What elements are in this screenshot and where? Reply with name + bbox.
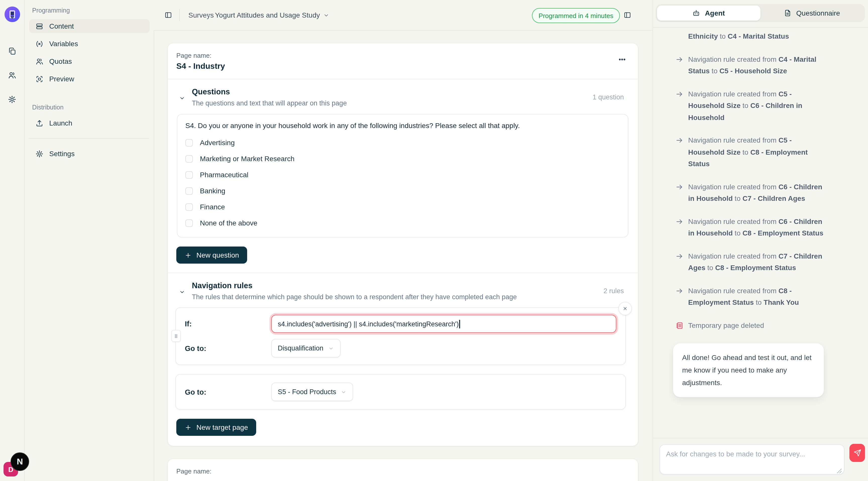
rail-button-users[interactable] xyxy=(3,66,21,84)
send-button[interactable] xyxy=(849,444,865,462)
answer-option-row: Banking xyxy=(185,183,620,199)
answer-option-row: Advertising xyxy=(185,134,620,151)
collapse-navigation-icon[interactable] xyxy=(179,289,185,295)
answer-option-label: Marketing or Market Research xyxy=(200,155,294,163)
event-navigation-rule: Navigation rule created from C8 - Employ… xyxy=(653,285,868,309)
chat-composer xyxy=(653,438,868,481)
goto-page-select[interactable]: Disqualification xyxy=(271,339,341,357)
if-label: If: xyxy=(185,320,271,328)
plus-icon xyxy=(184,251,192,259)
checkbox[interactable] xyxy=(185,171,193,179)
question-options: AdvertisingMarketing or Market ResearchP… xyxy=(185,134,620,231)
arrow-right-icon xyxy=(675,55,684,64)
event-text: Temporary page deleted xyxy=(688,321,764,329)
rows-icon xyxy=(35,22,44,30)
drag-handle[interactable] xyxy=(171,330,181,342)
building-icon xyxy=(7,9,17,19)
bot-icon xyxy=(692,9,701,17)
agent-panel: AgentQuestionnaire Ethnicity to C4 - Mar… xyxy=(652,0,868,481)
answer-option-row: Marketing or Market Research xyxy=(185,151,620,167)
navigation-rules-section-header: Navigation rules The rules that determin… xyxy=(168,273,638,301)
page-card-s4-industry: Page name: S4 - Industry Questions The q… xyxy=(167,43,639,446)
answer-option-label: None of the above xyxy=(200,219,257,227)
event-navigation-rule: Navigation rule created from C4 - Marita… xyxy=(653,54,868,77)
ellipsis-menu-icon[interactable] xyxy=(618,55,627,64)
arrow-right-icon xyxy=(675,183,684,191)
answer-option-label: Banking xyxy=(200,187,225,195)
panel-left-icon xyxy=(164,11,172,19)
page-name-label: Page name: xyxy=(176,52,628,59)
event-text: Navigation rule created from C7 - Childr… xyxy=(688,252,822,271)
app-window: D N ProgrammingContentVariablesQuotasPre… xyxy=(0,0,868,481)
grip-icon xyxy=(173,333,179,339)
org-avatar[interactable] xyxy=(4,6,20,22)
default-goto-page-select[interactable]: S5 - Food Products xyxy=(271,383,353,401)
agent-activity-feed[interactable]: Ethnicity to C4 - Marital StatusNavigati… xyxy=(653,28,868,438)
sidebar-item-content[interactable]: Content xyxy=(29,19,150,33)
users-icon xyxy=(35,57,44,66)
answer-option-label: Pharmaceutical xyxy=(200,171,248,179)
goto-label: Go to: xyxy=(185,344,271,352)
tab-agent[interactable]: Agent xyxy=(657,5,760,21)
condition-input[interactable]: s4.includes('advertising') || s4.include… xyxy=(271,315,616,333)
sidebar-item-settings[interactable]: Settings xyxy=(29,147,150,161)
sidebar-item-launch[interactable]: Launch xyxy=(29,116,150,130)
sidebar-item-quotas[interactable]: Quotas xyxy=(29,54,150,68)
new-target-page-button[interactable]: New target page xyxy=(176,419,256,436)
chevron-down-icon xyxy=(341,389,347,395)
chat-input[interactable] xyxy=(659,444,844,475)
sidebar-item-variables[interactable]: Variables xyxy=(29,37,150,51)
event-navigation-rule: Navigation rule created from C6 - Childr… xyxy=(653,181,868,204)
page-card-next: Page name: xyxy=(167,458,639,481)
rail-button-copy[interactable] xyxy=(3,42,21,60)
sidebar-divider xyxy=(29,138,149,138)
page-scroll-area[interactable]: Page name: S4 - Industry Questions The q… xyxy=(154,30,652,481)
main-area: Surveys Yogurt Attitudes and Usage Study… xyxy=(154,0,652,481)
gear-icon xyxy=(35,149,44,158)
copy-icon xyxy=(7,47,17,56)
variable-icon xyxy=(35,39,44,48)
panel-left-toggle-icon[interactable] xyxy=(164,11,172,19)
checkbox[interactable] xyxy=(185,203,193,211)
sidebar-item-preview[interactable]: Preview xyxy=(29,72,150,86)
event-navigation-rule: Navigation rule created from C7 - Childr… xyxy=(653,250,868,274)
preview-icon xyxy=(35,74,44,83)
answer-option-row: Finance xyxy=(185,199,620,215)
sidebar: ProgrammingContentVariablesQuotasPreview… xyxy=(24,0,154,481)
question-card[interactable]: S4. Do you or anyone in your household w… xyxy=(177,114,628,237)
questions-subtitle: The questions and text that will appear … xyxy=(192,99,347,107)
breadcrumb-survey-title[interactable]: Yogurt Attitudes and Usage Study xyxy=(215,11,330,19)
topbar: Surveys Yogurt Attitudes and Usage Study… xyxy=(154,0,652,31)
new-question-button[interactable]: New question xyxy=(176,247,247,264)
sidebar-item-label: Content xyxy=(49,22,74,30)
rail-button-gear[interactable] xyxy=(3,90,21,108)
dev-overlay-badge[interactable]: N xyxy=(10,452,29,471)
event-navigation-rule: Navigation rule created from C5 - Househ… xyxy=(653,134,868,170)
checkbox[interactable] xyxy=(185,139,193,147)
question-text: S4. Do you or anyone in your household w… xyxy=(185,122,620,130)
panel-right-toggle-icon[interactable] xyxy=(623,11,631,19)
sidebar-item-label: Settings xyxy=(49,150,74,158)
checkbox[interactable] xyxy=(185,219,193,227)
checkbox[interactable] xyxy=(185,155,193,162)
checkbox[interactable] xyxy=(185,187,193,195)
arrow-right-icon xyxy=(675,217,684,226)
event-text: Navigation rule created from C4 - Marita… xyxy=(688,55,816,75)
event-navigation-rule: Ethnicity to C4 - Marital Status xyxy=(653,31,868,42)
tab-questionnaire[interactable]: Questionnaire xyxy=(760,5,864,21)
programmed-time-badge: Programmed in 4 minutes xyxy=(532,8,620,23)
document-icon xyxy=(784,9,792,17)
arrow-right-icon xyxy=(675,136,684,145)
page-name-value: S4 - Industry xyxy=(176,62,628,71)
sidebar-item-label: Quotas xyxy=(49,57,72,65)
remove-rule-button[interactable] xyxy=(618,302,632,315)
topbar-divider xyxy=(179,9,180,21)
answer-option-label: Finance xyxy=(200,203,225,211)
chevron-right-icon xyxy=(206,12,212,19)
event-text: Navigation rule created from C6 - Childr… xyxy=(688,183,822,202)
agent-events: Ethnicity to C4 - Marital StatusNavigati… xyxy=(653,31,868,331)
tab-label: Agent xyxy=(705,9,725,17)
collapse-questions-icon[interactable] xyxy=(179,95,185,101)
answer-option-row: Pharmaceutical xyxy=(185,167,620,183)
navigation-rule-card-conditional: If: s4.includes('advertising') || s4.inc… xyxy=(175,307,626,365)
